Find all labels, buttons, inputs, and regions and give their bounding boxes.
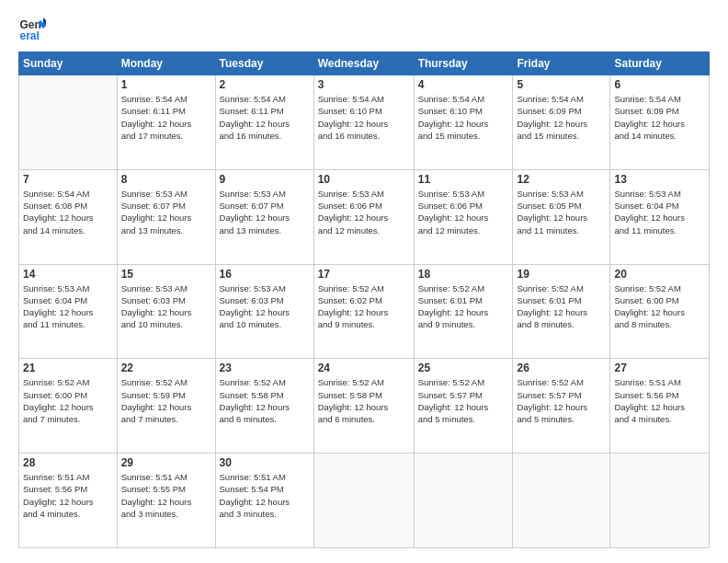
- day-number: 5: [517, 78, 606, 91]
- calendar-cell: 7Sunrise: 5:54 AMSunset: 6:08 PMDaylight…: [19, 169, 118, 264]
- calendar-cell: 1Sunrise: 5:54 AMSunset: 6:11 PMDaylight…: [117, 75, 215, 170]
- calendar-cell: 23Sunrise: 5:52 AMSunset: 5:58 PMDayligh…: [215, 359, 313, 454]
- day-number: 9: [220, 173, 310, 186]
- day-number: 15: [121, 268, 211, 281]
- day-number: 26: [517, 362, 606, 374]
- calendar-cell: 5Sunrise: 5:54 AMSunset: 6:09 PMDaylight…: [513, 75, 610, 170]
- calendar-cell: 10Sunrise: 5:53 AMSunset: 6:06 PMDayligh…: [313, 169, 414, 264]
- day-info: Sunrise: 5:51 AMSunset: 5:54 PMDaylight:…: [220, 471, 310, 520]
- day-info: Sunrise: 5:54 AMSunset: 6:11 PMDaylight:…: [121, 93, 211, 142]
- calendar-cell: 18Sunrise: 5:52 AMSunset: 6:01 PMDayligh…: [414, 264, 513, 359]
- page-header: Gen eral: [18, 15, 710, 42]
- day-info: Sunrise: 5:54 AMSunset: 6:08 PMDaylight:…: [23, 188, 113, 236]
- calendar-cell: 6Sunrise: 5:54 AMSunset: 6:09 PMDaylight…: [610, 75, 710, 170]
- day-number: 4: [418, 78, 509, 91]
- day-number: 20: [614, 268, 705, 281]
- day-info: Sunrise: 5:52 AMSunset: 5:57 PMDaylight:…: [517, 376, 606, 425]
- calendar-cell: [19, 75, 118, 170]
- day-info: Sunrise: 5:54 AMSunset: 6:10 PMDaylight:…: [418, 93, 509, 142]
- calendar-cell: 13Sunrise: 5:53 AMSunset: 6:04 PMDayligh…: [610, 169, 710, 264]
- calendar-cell: 26Sunrise: 5:52 AMSunset: 5:57 PMDayligh…: [513, 359, 610, 454]
- calendar-table: SundayMondayTuesdayWednesdayThursdayFrid…: [18, 52, 710, 548]
- day-info: Sunrise: 5:51 AMSunset: 5:56 PMDaylight:…: [23, 471, 113, 520]
- logo-icon: Gen eral: [18, 15, 46, 42]
- day-info: Sunrise: 5:53 AMSunset: 6:04 PMDaylight:…: [23, 282, 113, 331]
- day-header-saturday: Saturday: [610, 52, 710, 75]
- day-header-wednesday: Wednesday: [313, 52, 414, 75]
- calendar-cell: 27Sunrise: 5:51 AMSunset: 5:56 PMDayligh…: [610, 359, 710, 454]
- day-info: Sunrise: 5:52 AMSunset: 5:57 PMDaylight:…: [418, 376, 509, 425]
- day-number: 12: [517, 173, 606, 186]
- calendar-cell: [313, 454, 414, 548]
- day-number: 23: [220, 362, 310, 374]
- calendar-cell: 12Sunrise: 5:53 AMSunset: 6:05 PMDayligh…: [513, 169, 610, 264]
- day-number: 13: [614, 173, 705, 186]
- day-info: Sunrise: 5:51 AMSunset: 5:55 PMDaylight:…: [121, 471, 211, 520]
- calendar-cell: 9Sunrise: 5:53 AMSunset: 6:07 PMDaylight…: [215, 169, 313, 264]
- day-info: Sunrise: 5:54 AMSunset: 6:09 PMDaylight:…: [517, 93, 606, 142]
- day-info: Sunrise: 5:52 AMSunset: 6:02 PMDaylight:…: [318, 282, 410, 331]
- calendar-cell: [414, 454, 513, 548]
- calendar-cell: 20Sunrise: 5:52 AMSunset: 6:00 PMDayligh…: [610, 264, 710, 359]
- calendar-cell: 16Sunrise: 5:53 AMSunset: 6:03 PMDayligh…: [215, 264, 313, 359]
- day-number: 19: [517, 268, 606, 281]
- calendar-cell: 22Sunrise: 5:52 AMSunset: 5:59 PMDayligh…: [117, 359, 215, 454]
- day-info: Sunrise: 5:53 AMSunset: 6:04 PMDaylight:…: [614, 188, 705, 236]
- calendar-cell: 2Sunrise: 5:54 AMSunset: 6:11 PMDaylight…: [215, 75, 313, 170]
- calendar-cell: 17Sunrise: 5:52 AMSunset: 6:02 PMDayligh…: [313, 264, 414, 359]
- day-number: 25: [418, 362, 509, 374]
- day-number: 24: [318, 362, 410, 374]
- day-number: 29: [121, 456, 211, 469]
- day-header-thursday: Thursday: [414, 52, 513, 75]
- calendar-cell: 3Sunrise: 5:54 AMSunset: 6:10 PMDaylight…: [313, 75, 414, 170]
- calendar-cell: 28Sunrise: 5:51 AMSunset: 5:56 PMDayligh…: [19, 454, 118, 548]
- day-info: Sunrise: 5:51 AMSunset: 5:56 PMDaylight:…: [614, 376, 705, 425]
- day-info: Sunrise: 5:52 AMSunset: 6:00 PMDaylight:…: [23, 376, 113, 425]
- day-number: 7: [23, 173, 113, 186]
- day-info: Sunrise: 5:52 AMSunset: 5:58 PMDaylight:…: [220, 376, 310, 425]
- day-number: 11: [418, 173, 509, 186]
- calendar-cell: 8Sunrise: 5:53 AMSunset: 6:07 PMDaylight…: [117, 169, 215, 264]
- day-number: 21: [23, 362, 113, 374]
- day-info: Sunrise: 5:52 AMSunset: 5:59 PMDaylight:…: [121, 376, 211, 425]
- day-info: Sunrise: 5:53 AMSunset: 6:05 PMDaylight:…: [517, 188, 606, 236]
- calendar-cell: 19Sunrise: 5:52 AMSunset: 6:01 PMDayligh…: [513, 264, 610, 359]
- day-number: 17: [318, 268, 410, 281]
- day-info: Sunrise: 5:53 AMSunset: 6:07 PMDaylight:…: [121, 188, 211, 236]
- logo: Gen eral: [18, 15, 50, 42]
- day-header-tuesday: Tuesday: [215, 52, 313, 75]
- day-number: 30: [220, 456, 310, 469]
- day-info: Sunrise: 5:54 AMSunset: 6:10 PMDaylight:…: [318, 93, 410, 142]
- calendar-cell: 11Sunrise: 5:53 AMSunset: 6:06 PMDayligh…: [414, 169, 513, 264]
- day-info: Sunrise: 5:53 AMSunset: 6:06 PMDaylight:…: [318, 188, 410, 236]
- calendar-cell: 29Sunrise: 5:51 AMSunset: 5:55 PMDayligh…: [117, 454, 215, 548]
- day-number: 6: [614, 78, 705, 91]
- day-number: 8: [121, 173, 211, 186]
- day-header-friday: Friday: [513, 52, 610, 75]
- day-number: 22: [121, 362, 211, 374]
- calendar-cell: 30Sunrise: 5:51 AMSunset: 5:54 PMDayligh…: [215, 454, 313, 548]
- day-info: Sunrise: 5:54 AMSunset: 6:09 PMDaylight:…: [614, 93, 705, 142]
- day-number: 3: [318, 78, 410, 91]
- day-number: 16: [220, 268, 310, 281]
- day-number: 28: [23, 456, 113, 469]
- day-number: 1: [121, 78, 211, 91]
- calendar-cell: [513, 454, 610, 548]
- calendar-cell: 21Sunrise: 5:52 AMSunset: 6:00 PMDayligh…: [19, 359, 118, 454]
- day-header-sunday: Sunday: [19, 52, 118, 75]
- calendar-cell: 15Sunrise: 5:53 AMSunset: 6:03 PMDayligh…: [117, 264, 215, 359]
- day-info: Sunrise: 5:52 AMSunset: 6:01 PMDaylight:…: [517, 282, 606, 331]
- day-info: Sunrise: 5:53 AMSunset: 6:07 PMDaylight:…: [220, 188, 310, 236]
- day-number: 2: [220, 78, 310, 91]
- day-header-monday: Monday: [117, 52, 215, 75]
- calendar-cell: 14Sunrise: 5:53 AMSunset: 6:04 PMDayligh…: [19, 264, 118, 359]
- calendar-cell: 4Sunrise: 5:54 AMSunset: 6:10 PMDaylight…: [414, 75, 513, 170]
- day-info: Sunrise: 5:53 AMSunset: 6:03 PMDaylight:…: [121, 282, 211, 331]
- calendar-cell: [610, 454, 710, 548]
- day-info: Sunrise: 5:52 AMSunset: 5:58 PMDaylight:…: [318, 376, 410, 425]
- day-number: 10: [318, 173, 410, 186]
- calendar-cell: 24Sunrise: 5:52 AMSunset: 5:58 PMDayligh…: [313, 359, 414, 454]
- day-info: Sunrise: 5:52 AMSunset: 6:00 PMDaylight:…: [614, 282, 705, 331]
- day-info: Sunrise: 5:53 AMSunset: 6:06 PMDaylight:…: [418, 188, 509, 236]
- day-info: Sunrise: 5:54 AMSunset: 6:11 PMDaylight:…: [220, 93, 310, 142]
